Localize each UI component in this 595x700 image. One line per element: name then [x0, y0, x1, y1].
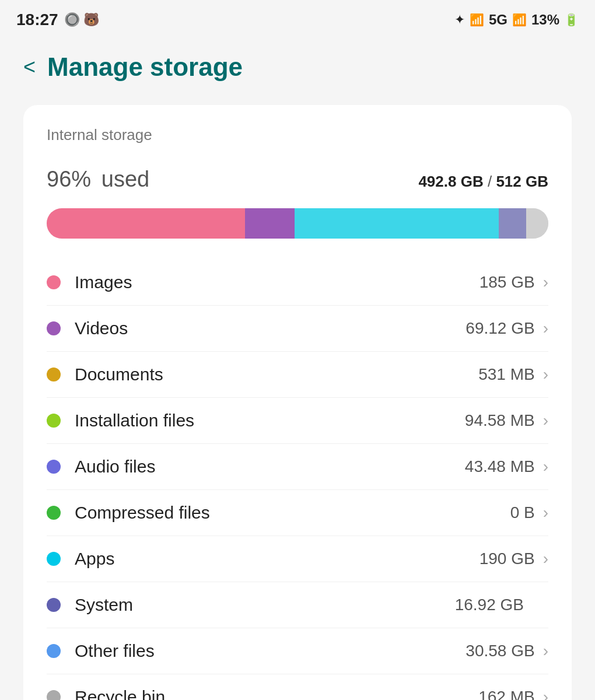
- item-name: Images: [75, 272, 480, 292]
- item-size: 69.12 GB: [466, 319, 534, 338]
- item-name: Recycle bin: [75, 687, 478, 700]
- main-content: < Manage storage Internal storage 96% us…: [0, 35, 595, 700]
- page-header: < Manage storage: [23, 52, 572, 82]
- bar-segment: [245, 208, 295, 239]
- status-left: 18:27 🔘 🐻: [16, 10, 99, 29]
- storage-item[interactable]: Recycle bin162 MB›: [47, 674, 548, 700]
- chevron-right-icon: ›: [543, 411, 548, 430]
- percent-value: 96%: [47, 167, 91, 191]
- category-dot: [47, 598, 61, 612]
- bar-segment: [295, 208, 499, 239]
- storage-item[interactable]: Compressed files0 B›: [47, 490, 548, 536]
- internal-storage-label: Internal storage: [47, 126, 548, 144]
- category-dot: [47, 690, 61, 700]
- item-size: 531 MB: [478, 365, 535, 384]
- usage-percent-container: 96% used: [47, 152, 149, 195]
- item-size: 162 MB: [478, 688, 535, 700]
- chevron-right-icon: ›: [543, 273, 548, 292]
- storage-item[interactable]: Apps190 GB›: [47, 536, 548, 582]
- usage-total: 492.8 GB / 512 GB: [418, 173, 548, 191]
- clock: 18:27: [16, 10, 58, 29]
- storage-bar: [47, 208, 548, 239]
- battery-percent: 13%: [531, 12, 559, 28]
- slash: /: [488, 173, 496, 190]
- item-name: Documents: [75, 365, 478, 384]
- storage-item[interactable]: Documents531 MB›: [47, 352, 548, 398]
- item-size: 30.58 GB: [466, 642, 534, 660]
- total-amount: 512 GB: [496, 173, 548, 190]
- chevron-right-icon: ›: [543, 642, 548, 660]
- bluetooth-icon: ✦: [454, 12, 465, 27]
- notification-icons: 🔘 🐻: [64, 12, 99, 27]
- chevron-right-icon: ›: [543, 365, 548, 384]
- category-dot: [47, 506, 61, 520]
- chevron-right-icon: ›: [543, 457, 548, 476]
- item-name: Audio files: [75, 457, 465, 477]
- signal-bars-icon: 📶: [470, 13, 484, 27]
- signal-bars2-icon: 📶: [512, 13, 527, 27]
- category-dot: [47, 644, 61, 658]
- item-size: 43.48 MB: [465, 457, 535, 476]
- category-dot: [47, 321, 61, 335]
- category-dot: [47, 552, 61, 566]
- page-title: Manage storage: [47, 52, 243, 82]
- chevron-right-icon: ›: [543, 503, 548, 522]
- item-size: 16.92 GB: [455, 596, 524, 614]
- status-right: ✦ 📶 5G 📶 13% 🔋: [454, 12, 579, 28]
- item-size: 94.58 MB: [465, 411, 535, 430]
- item-size: 0 B: [510, 503, 535, 522]
- back-button[interactable]: <: [23, 57, 36, 78]
- status-bar: 18:27 🔘 🐻 ✦ 📶 5G 📶 13% 🔋: [0, 0, 595, 35]
- storage-item[interactable]: Images185 GB›: [47, 260, 548, 306]
- chevron-right-icon: ›: [543, 319, 548, 338]
- network-type: 5G: [489, 12, 508, 28]
- storage-section: Internal storage 96% used 492.8 GB / 512…: [23, 105, 572, 700]
- item-name: Videos: [75, 318, 466, 338]
- item-name: Installation files: [75, 411, 465, 430]
- storage-item[interactable]: Other files30.58 GB›: [47, 628, 548, 674]
- item-size: 185 GB: [480, 273, 535, 292]
- used-amount: 492.8 GB: [418, 173, 483, 190]
- item-name: Compressed files: [75, 503, 510, 523]
- item-name: Other files: [75, 641, 466, 661]
- category-dot: [47, 460, 61, 474]
- item-name: System: [75, 595, 455, 615]
- bar-segment: [499, 208, 526, 239]
- item-size: 190 GB: [480, 550, 535, 568]
- storage-item[interactable]: Audio files43.48 MB›: [47, 444, 548, 490]
- chevron-right-icon: ›: [543, 550, 548, 568]
- storage-items-list: Images185 GB›Videos69.12 GB›Documents531…: [47, 260, 548, 700]
- category-dot: [47, 275, 61, 289]
- category-dot: [47, 414, 61, 428]
- item-name: Apps: [75, 549, 480, 569]
- bar-segment: [47, 208, 245, 239]
- category-dot: [47, 368, 61, 382]
- usage-row: 96% used 492.8 GB / 512 GB: [47, 152, 548, 195]
- chevron-right-icon: ›: [543, 688, 548, 700]
- battery-icon: 🔋: [564, 13, 579, 27]
- storage-item[interactable]: Videos69.12 GB›: [47, 306, 548, 352]
- storage-item: System16.92 GB: [47, 582, 548, 628]
- storage-item[interactable]: Installation files94.58 MB›: [47, 398, 548, 444]
- bar-segment: [526, 208, 548, 239]
- usage-percent: 96% used: [47, 153, 149, 195]
- used-label: used: [102, 167, 149, 191]
